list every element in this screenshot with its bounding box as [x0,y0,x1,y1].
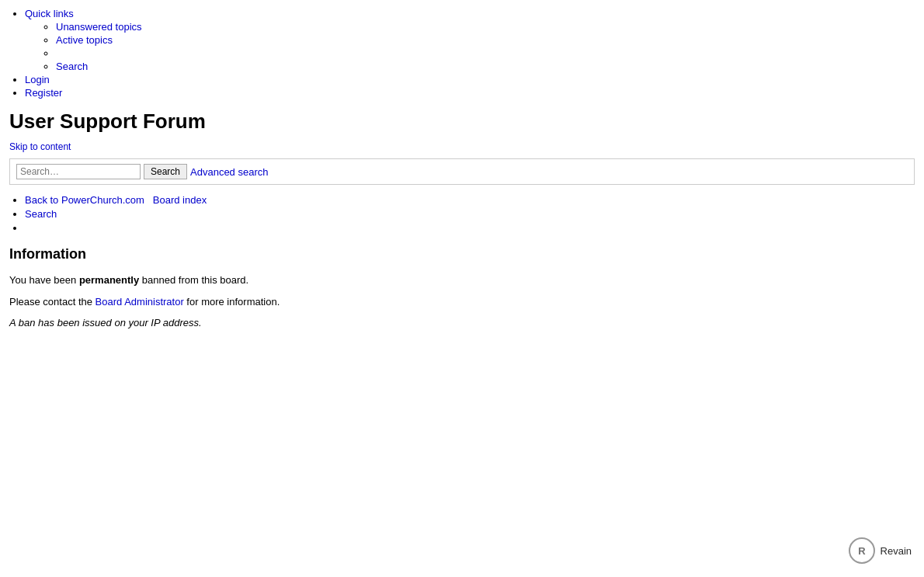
skip-to-content-link[interactable]: Skip to content [9,141,915,152]
search-input[interactable] [16,164,141,179]
banned-prefix: You have been [9,274,79,286]
active-topics-link[interactable]: Active topics [56,34,113,46]
quick-links-link[interactable]: Quick links [25,8,74,19]
search-breadcrumb-link[interactable]: Search [25,208,57,220]
info-title: Information [9,246,915,262]
ip-ban-notice: A ban has been issued on your IP address… [9,317,915,328]
information-section: Information You have been permanently ba… [9,246,915,328]
register-link[interactable]: Register [25,87,62,99]
search-bar: Search Advanced search [9,158,915,185]
advanced-search-link[interactable]: Advanced search [190,166,268,178]
board-index-link[interactable]: Board index [153,194,207,206]
breadcrumb-navigation: Back to PowerChurch.com Board index Sear… [9,194,915,234]
site-title: User Support Forum [9,109,915,134]
contact-message: Please contact the Board Administrator f… [9,295,915,309]
top-navigation: Quick links Unanswered topics Active top… [9,8,915,99]
contact-prefix: Please contact the [9,296,96,308]
login-link[interactable]: Login [25,74,50,85]
back-to-powerchurch-link[interactable]: Back to PowerChurch.com [25,194,144,206]
banned-bold: permanently [79,274,139,286]
banned-message: You have been permanently banned from th… [9,273,915,287]
banned-suffix: banned from this board. [139,274,248,286]
unanswered-topics-link[interactable]: Unanswered topics [56,21,142,33]
search-button[interactable]: Search [144,164,187,179]
search-link-nav[interactable]: Search [56,61,88,72]
contact-suffix: for more information. [184,296,280,308]
board-administrator-link[interactable]: Board Administrator [96,296,184,308]
